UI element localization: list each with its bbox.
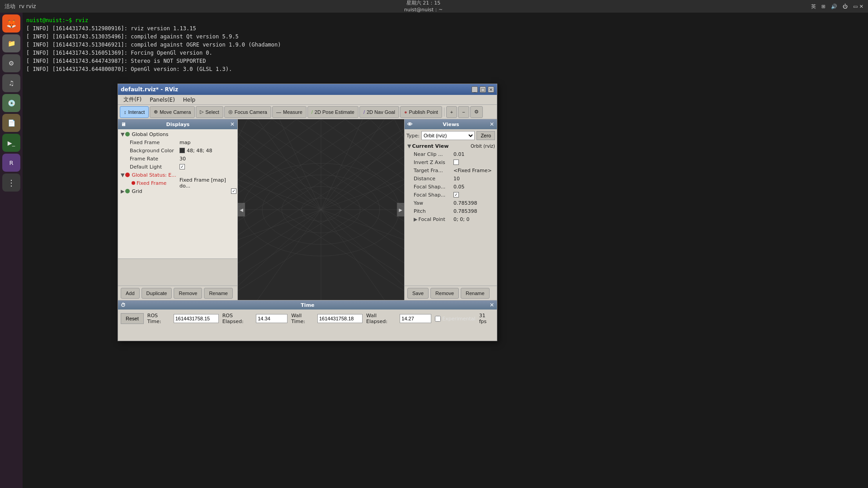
- invert-z-checkbox[interactable]: [453, 160, 459, 165]
- wall-time-input[interactable]: [317, 314, 363, 323]
- reset-button[interactable]: Reset: [121, 313, 144, 324]
- lower-displays-area: [118, 258, 237, 286]
- move-camera-button[interactable]: ⊕ Move Camera: [150, 106, 195, 118]
- fixed-frame-value[interactable]: map: [178, 138, 236, 146]
- frame-rate-value[interactable]: 30: [178, 155, 236, 163]
- window-controls: ▭ ✕: [853, 4, 863, 9]
- rviz-title: default.rviz* - RViz: [121, 86, 178, 93]
- menu-help[interactable]: Help: [179, 96, 199, 104]
- dock-icon-rviz[interactable]: R: [2, 154, 20, 172]
- dock-icon-terminal[interactable]: ▶_: [2, 134, 20, 152]
- lang-label[interactable]: 英: [811, 3, 816, 10]
- near-clip-value[interactable]: 0.01: [452, 150, 495, 158]
- bg-color-row: Background Color 48; 48; 48: [119, 146, 236, 155]
- select-button[interactable]: ▷ Select: [196, 106, 223, 118]
- grid-svg: [238, 119, 404, 300]
- terminal-line-2: [ INFO] [1614431743.513035496]: compiled…: [26, 33, 864, 41]
- time-close-button[interactable]: ✕: [490, 302, 494, 308]
- dock-icon-music[interactable]: ♫: [2, 74, 20, 92]
- remove-view-button[interactable]: Remove: [430, 288, 459, 299]
- duplicate-button[interactable]: Duplicate: [142, 288, 172, 299]
- time-title: Time: [301, 302, 314, 308]
- distance-value[interactable]: 10: [452, 174, 495, 183]
- power-icon[interactable]: ⏻: [843, 4, 848, 9]
- focal-point-value[interactable]: 0; 0; 0: [452, 215, 495, 223]
- current-view-label: Current View: [412, 143, 448, 149]
- type-select[interactable]: Orbit (rviz): [421, 131, 475, 140]
- save-view-button[interactable]: Save: [407, 288, 429, 299]
- displays-close-button[interactable]: ✕: [230, 121, 235, 127]
- fps-label: 31 fps: [479, 313, 494, 324]
- menu-file[interactable]: 文件(F): [120, 95, 145, 104]
- views-title: Views: [443, 122, 459, 127]
- bg-color-value[interactable]: 48; 48; 48: [178, 146, 236, 155]
- displays-icon: 🖥: [121, 122, 126, 127]
- current-view-expand[interactable]: ▼: [407, 143, 411, 149]
- system-topbar: 活动 rv rviz 星期六 21：15 nuist@nuist：~ 英 ⊞ 🔊…: [0, 0, 868, 13]
- settings-button[interactable]: ⚙: [470, 106, 483, 118]
- dock-icon-more[interactable]: ⋮: [2, 174, 20, 192]
- invert-z-value[interactable]: [452, 158, 495, 166]
- focal-shape2-row: Focal Shap... ✓: [406, 191, 495, 199]
- rename-button[interactable]: Rename: [204, 288, 233, 299]
- 3d-view[interactable]: ◀ ▶: [238, 119, 404, 300]
- zero-button[interactable]: Zero: [476, 131, 495, 140]
- experimental-checkbox-field: Experimental: [435, 316, 475, 322]
- activities-label[interactable]: 活动: [5, 3, 15, 10]
- close-button[interactable]: ✕: [488, 86, 494, 93]
- ros-time-field: ROS Time:: [147, 313, 219, 324]
- remove-button[interactable]: Remove: [174, 288, 202, 299]
- toolbar-separator: [444, 108, 444, 117]
- menu-bar: 文件(F) Panels(E) Help: [118, 95, 497, 105]
- ros-elapsed-input[interactable]: [256, 314, 288, 323]
- default-light-label: Default Light: [119, 163, 178, 171]
- frame-rate-row: Frame Rate 30: [119, 155, 236, 163]
- focal-shape2-label: Focal Shap...: [406, 191, 452, 199]
- dock-icon-settings[interactable]: ⚙: [2, 54, 20, 72]
- rviz-window: default.rviz* - RViz _ □ ✕ 文件(F) Panels(…: [118, 84, 497, 341]
- pose-estimate-button[interactable]: / 2D Pose Estimate: [307, 106, 359, 118]
- app-indicator[interactable]: rv rviz: [19, 3, 36, 9]
- rename-view-button[interactable]: Rename: [461, 288, 490, 299]
- dock-icon-files[interactable]: 📁: [2, 34, 20, 52]
- bg-color-label: Background Color: [119, 146, 178, 155]
- fixed-frame-label: Fixed Frame: [119, 138, 178, 146]
- dock-icon-firefox[interactable]: 🦊: [2, 14, 20, 33]
- view-arrow-left[interactable]: ◀: [238, 203, 245, 216]
- network-icon: ⊞: [821, 4, 826, 9]
- publish-point-button[interactable]: ● Publish Point: [400, 106, 442, 118]
- focal-shape1-value[interactable]: 0.05: [452, 183, 495, 191]
- target-frame-value[interactable]: <Fixed Frame>: [452, 166, 495, 174]
- zoom-in-button[interactable]: +: [446, 106, 457, 118]
- pitch-value[interactable]: 0.785398: [452, 207, 495, 215]
- interact-button[interactable]: ↕ Interact: [120, 106, 149, 118]
- views-close-button[interactable]: ✕: [490, 121, 494, 127]
- dock-icon-install[interactable]: 💿: [2, 94, 20, 112]
- fixed-frame-row: Fixed Frame map: [119, 138, 236, 146]
- default-light-value[interactable]: ✓: [178, 163, 236, 171]
- maximize-button[interactable]: □: [480, 86, 486, 93]
- global-options-expand[interactable]: ▼: [121, 131, 124, 137]
- global-status-expand[interactable]: ▼: [121, 172, 124, 178]
- default-light-checkbox[interactable]: ✓: [179, 164, 185, 169]
- global-options-item[interactable]: ▼ Global Options: [119, 130, 236, 138]
- focal-point-expand[interactable]: ▶: [414, 216, 417, 222]
- minimize-button[interactable]: _: [472, 86, 478, 93]
- focus-camera-button[interactable]: ◎ Focus Camera: [224, 106, 271, 118]
- add-button[interactable]: Add: [121, 288, 140, 299]
- grid-expand[interactable]: ▶: [121, 188, 124, 194]
- wall-elapsed-input[interactable]: [400, 314, 431, 323]
- nav-goal-button[interactable]: / 2D Nav Goal: [359, 106, 399, 118]
- measure-button[interactable]: ― Measure: [272, 106, 307, 118]
- experimental-checkbox[interactable]: [435, 316, 441, 322]
- view-arrow-right[interactable]: ▶: [397, 203, 404, 216]
- publish-point-icon: ●: [404, 109, 407, 115]
- zoom-out-button[interactable]: −: [458, 106, 469, 118]
- ros-time-input[interactable]: [174, 314, 219, 323]
- focal-shape2-value[interactable]: ✓: [452, 191, 495, 199]
- dock-icon-docs[interactable]: 📄: [2, 114, 20, 132]
- menu-panels[interactable]: Panels(E): [146, 96, 179, 104]
- yaw-value[interactable]: 0.785398: [452, 199, 495, 207]
- focal-shape2-checkbox[interactable]: ✓: [453, 192, 459, 197]
- grid-checkbox[interactable]: ✓: [231, 188, 236, 194]
